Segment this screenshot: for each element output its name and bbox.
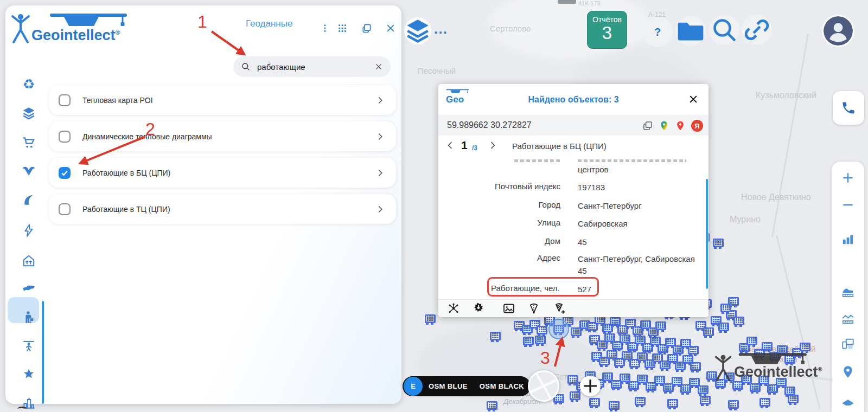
- grid-menu-icon[interactable]: [337, 23, 347, 34]
- devices-icon[interactable]: [841, 337, 855, 351]
- layer-label: Динамические тепловые диаграммы: [82, 132, 374, 141]
- building-marker[interactable]: [703, 327, 714, 336]
- sidebar-item-person-briefcase active[interactable]: [22, 310, 36, 324]
- layer-list-item[interactable]: Работающие в ТЦ (ЦПИ): [49, 194, 396, 224]
- basemap-option[interactable]: OSM BLACK: [480, 382, 524, 390]
- building-marker[interactable]: [655, 321, 666, 330]
- chevron-right-icon[interactable]: [374, 167, 386, 179]
- layer-list-item[interactable]: Динамические тепловые диаграммы: [49, 121, 396, 151]
- reports-badge[interactable]: Отчётов 3: [587, 11, 627, 49]
- search-map-button[interactable]: [709, 15, 739, 45]
- sidebar-scrollbar[interactable]: [42, 301, 44, 404]
- layers-button[interactable]: [404, 17, 431, 44]
- yandex-maps-icon[interactable]: Я: [691, 120, 703, 132]
- building-marker[interactable]: [788, 395, 799, 403]
- minimap[interactable]: [528, 370, 559, 402]
- building-marker[interactable]: [537, 326, 547, 334]
- building-marker[interactable]: [570, 391, 580, 400]
- building-marker[interactable]: [760, 398, 770, 407]
- building-marker[interactable]: [784, 387, 795, 395]
- prev-object-icon[interactable]: [445, 140, 456, 151]
- map-zoom-in-button[interactable]: [580, 376, 601, 396]
- phone-button[interactable]: [833, 91, 864, 125]
- google-maps-pin-icon[interactable]: [659, 119, 669, 133]
- detach-window-icon[interactable]: [361, 23, 372, 34]
- building-marker[interactable]: [425, 314, 436, 323]
- avatar[interactable]: [824, 16, 853, 46]
- sidebar-item-bank[interactable]: [22, 254, 36, 268]
- building-marker[interactable]: [733, 317, 744, 325]
- red-map-pin-icon[interactable]: [675, 119, 686, 133]
- watermark-text: Geointellect®: [734, 364, 822, 381]
- sidebar-item-russia-map[interactable]: [22, 281, 36, 295]
- building-marker[interactable]: [728, 400, 739, 409]
- zoom-out-icon[interactable]: [841, 198, 855, 212]
- building-marker[interactable]: [713, 239, 724, 247]
- basemap-option[interactable]: OSM BLUE: [429, 382, 468, 390]
- location-pin-icon[interactable]: [841, 365, 855, 379]
- stamp-download-icon[interactable]: [472, 302, 485, 315]
- logo-text: Geointellect®: [31, 27, 120, 44]
- sector-add-icon[interactable]: [553, 302, 566, 315]
- chevron-right-icon[interactable]: [374, 203, 386, 215]
- building-marker[interactable]: [690, 362, 701, 371]
- highlight-box: [487, 277, 599, 297]
- building-marker[interactable]: [720, 304, 731, 312]
- basemap-active-chip[interactable]: E: [404, 377, 423, 396]
- share-link-button[interactable]: [742, 15, 772, 45]
- molecule-icon[interactable]: [447, 302, 460, 315]
- building-marker[interactable]: [490, 332, 501, 340]
- building-marker[interactable]: [667, 399, 678, 408]
- clear-search-icon[interactable]: [374, 62, 383, 71]
- layer-list-item[interactable]: Тепловая карта POI: [49, 85, 396, 115]
- building-marker[interactable]: [718, 323, 729, 331]
- building-marker[interactable]: [589, 398, 600, 407]
- sidebar-item-cart[interactable]: [22, 136, 36, 150]
- building-marker[interactable]: [487, 401, 497, 410]
- sidebar-item-eagle[interactable]: [22, 164, 36, 178]
- folder-button[interactable]: [675, 16, 706, 46]
- selected-building-ring[interactable]: [548, 319, 569, 339]
- sidebar-item-layers[interactable]: [22, 106, 36, 120]
- sector-icon[interactable]: [527, 302, 540, 315]
- close-panel-icon[interactable]: [385, 23, 396, 34]
- building-marker[interactable]: [698, 385, 709, 394]
- building-marker[interactable]: [523, 337, 534, 345]
- building-marker[interactable]: [610, 317, 621, 326]
- close-popup-icon[interactable]: [688, 94, 699, 105]
- building-marker[interactable]: [688, 346, 699, 355]
- chevron-right-icon[interactable]: [374, 131, 386, 143]
- sidebar-item-star[interactable]: [22, 368, 36, 382]
- sidebar-item-recycle[interactable]: ♻: [22, 77, 36, 91]
- area-measure-icon[interactable]: [841, 285, 855, 299]
- sidebar-item-acrobat[interactable]: [22, 339, 36, 353]
- chart-bars-icon[interactable]: [841, 232, 855, 246]
- building-marker[interactable]: [609, 401, 620, 410]
- layer-list-item[interactable]: Работающие в БЦ (ЦПИ): [49, 158, 396, 188]
- chart-line-icon[interactable]: [841, 311, 855, 325]
- sidebar-item-wave[interactable]: [22, 193, 36, 207]
- more-options-button[interactable]: ...: [434, 22, 448, 37]
- kebab-menu-icon[interactable]: [320, 23, 330, 34]
- building-marker[interactable]: [746, 337, 757, 345]
- help-button[interactable]: ?: [642, 17, 673, 47]
- building-marker[interactable]: [635, 397, 646, 405]
- coordinates-value: 59.989662 30.272827: [447, 120, 532, 130]
- popup-scrollbar[interactable]: [706, 179, 708, 289]
- layer-checkbox[interactable]: [59, 203, 71, 215]
- layers-partial-icon[interactable]: [841, 391, 855, 405]
- sidebar-item-bolt[interactable]: [22, 223, 36, 237]
- reports-count: 3: [588, 24, 627, 42]
- sidebar-partial-icon: [17, 407, 27, 411]
- layer-checkbox[interactable]: [59, 167, 71, 179]
- search-input[interactable]: [256, 62, 374, 72]
- layer-checkbox[interactable]: [59, 131, 71, 143]
- next-object-icon[interactable]: [487, 140, 498, 151]
- layer-checkbox[interactable]: [59, 94, 71, 106]
- building-marker[interactable]: [535, 336, 546, 344]
- copy-coordinates-icon[interactable]: [642, 120, 653, 131]
- image-icon[interactable]: [502, 302, 515, 315]
- building-marker[interactable]: [700, 396, 711, 404]
- chevron-right-icon[interactable]: [374, 94, 386, 106]
- zoom-in-icon[interactable]: [841, 171, 855, 185]
